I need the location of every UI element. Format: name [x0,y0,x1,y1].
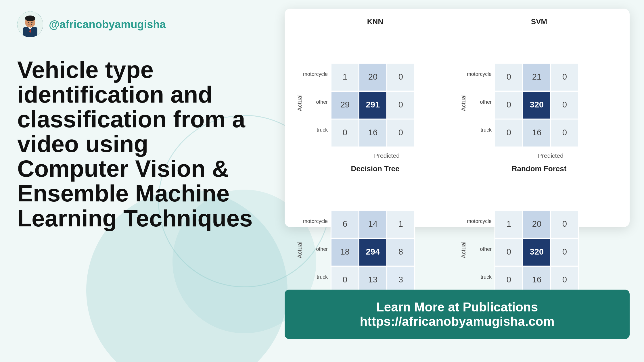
svg-text:20: 20 [368,72,377,81]
svg-text:320: 320 [530,247,544,256]
svg-text:Actual: Actual [460,95,467,111]
svg-text:other: other [316,99,328,105]
svg-text:Predicted: Predicted [538,152,564,159]
knn-title: KNN [367,17,383,26]
random-forest-matrix: Random Forest Actual Predicted motorcycl… [460,164,618,306]
svg-text:0: 0 [562,219,567,228]
svg-text:18: 18 [340,247,350,256]
svg-text:0: 0 [507,72,511,81]
svg-text:8: 8 [398,247,403,256]
decision-tree-title: Decision Tree [351,164,399,173]
svg-text:1: 1 [507,219,511,228]
random-forest-title: Random Forest [512,164,567,173]
svg-text:291: 291 [366,100,380,109]
svg-text:1: 1 [343,72,347,81]
svg-point-4 [25,16,35,21]
svg-point-5 [28,22,29,23]
decision-tree-matrix: Decision Tree Actual Predicted motorcycl… [296,164,454,306]
svg-text:truck: truck [317,274,328,280]
svg-text:16: 16 [368,128,377,137]
svg-text:3: 3 [398,275,403,284]
svm-matrix: SVM Actual Predicted motorcycle other tr… [460,17,618,159]
cta-line1: Learn More at Publications [376,300,538,314]
svg-text:other: other [480,246,492,252]
svg-text:motorcycle: motorcycle [303,71,328,77]
svg-text:0: 0 [562,275,567,284]
svg-text:294: 294 [366,247,380,256]
svg-text:13: 13 [368,275,377,284]
svg-text:Predicted: Predicted [374,152,400,159]
svg-text:motorcycle: motorcycle [303,218,328,224]
svg-text:Actual: Actual [296,242,303,258]
svg-text:truck: truck [317,127,328,133]
svg-text:other: other [480,99,492,105]
svg-text:Actual: Actual [460,242,467,258]
svg-text:0: 0 [343,275,347,284]
svg-text:0: 0 [507,128,511,137]
knn-matrix: KNN Actual Predicted motorcycle other tr… [296,17,454,159]
knn-svg: Actual Predicted motorcycle other truck … [296,28,454,159]
svg-text:0: 0 [398,100,403,109]
svg-text:320: 320 [530,100,544,109]
svg-text:Actual: Actual [296,95,303,111]
svg-text:motorcycle: motorcycle [467,218,492,224]
matrices-panel: KNN Actual Predicted motorcycle other tr… [285,9,630,227]
svg-point-6 [31,22,32,23]
main-title: Vehicle type identification and classifi… [17,57,264,231]
svg-text:0: 0 [507,275,511,284]
svg-text:21: 21 [532,72,541,81]
avatar [17,11,43,37]
svg-text:14: 14 [368,219,377,228]
svg-text:truck: truck [480,127,492,133]
svm-svg: Actual Predicted motorcycle other truck … [460,28,618,159]
svg-text:other: other [316,246,328,252]
svg-text:29: 29 [340,100,350,109]
svg-text:0: 0 [562,128,567,137]
svg-text:0: 0 [398,72,403,81]
svg-text:truck: truck [480,274,492,280]
svm-title: SVM [531,17,547,26]
svg-text:16: 16 [532,275,541,284]
svg-text:1: 1 [398,219,403,228]
user-handle: @africanobyamugisha [49,18,166,31]
svg-text:0: 0 [562,100,567,109]
header: @africanobyamugisha [17,11,166,37]
svg-text:0: 0 [343,128,347,137]
rf-svg: Actual Predicted motorcycle other truck … [460,176,618,306]
svg-text:0: 0 [507,247,511,256]
svg-text:motorcycle: motorcycle [467,71,492,77]
svg-text:0: 0 [562,72,567,81]
dt-svg: Actual Predicted motorcycle other truck … [296,176,454,306]
svg-text:6: 6 [343,219,347,228]
svg-text:0: 0 [562,247,567,256]
svg-text:0: 0 [507,100,511,109]
svg-text:16: 16 [532,128,541,137]
cta-section[interactable]: Learn More at Publications https://afric… [285,290,630,339]
cta-line2: https://africanobyamugisha.com [360,314,554,329]
svg-text:0: 0 [398,128,403,137]
svg-text:20: 20 [532,219,541,228]
